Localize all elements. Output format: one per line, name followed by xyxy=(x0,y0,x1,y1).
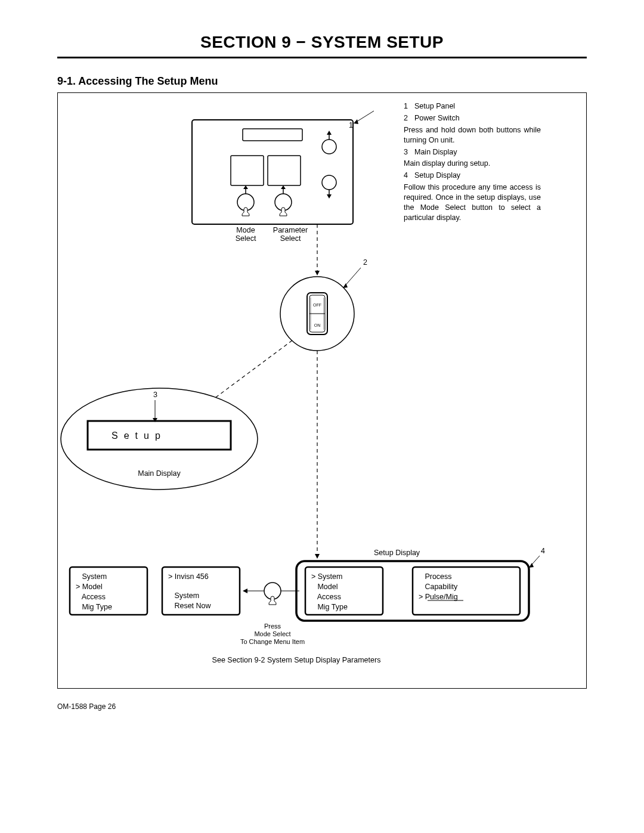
svg-point-4 xyxy=(322,140,336,154)
callout-1: 1 xyxy=(349,121,353,129)
setup-box-2: > Invisn 456 System Reset Now xyxy=(162,567,240,615)
setup-panel: Mode Select Parameter Select xyxy=(192,120,353,243)
press-l1: Press xyxy=(264,623,281,630)
section-title: SECTION 9 − SYSTEM SETUP xyxy=(57,33,587,55)
svg-marker-33 xyxy=(315,554,320,559)
svg-point-7 xyxy=(322,175,336,190)
box3-l2: Model xyxy=(311,583,338,591)
svg-marker-44 xyxy=(243,589,247,593)
callout-2: 2 xyxy=(363,258,367,267)
box1-l1: System xyxy=(76,572,107,581)
setup-box-1: System > Model Access Mig Type xyxy=(70,567,147,615)
diagram-svg: Mode Select Parameter Select 1 xyxy=(58,93,587,689)
box1-l3: Access xyxy=(76,593,106,601)
svg-marker-6 xyxy=(327,131,332,135)
box2-l2: System xyxy=(168,592,199,600)
svg-rect-1 xyxy=(243,129,302,141)
subsection-title: 9-1. Accessing The Setup Menu xyxy=(57,75,587,88)
press-l3: To Change Menu Item xyxy=(240,638,305,645)
box3-l4: Mig Type xyxy=(311,603,348,611)
setup-footnote: See Section 9-2 System Setup Display Par… xyxy=(212,656,381,664)
press-l2: Mode Select xyxy=(254,630,290,637)
svg-marker-21 xyxy=(315,271,320,275)
setup-box-4: Process Capability > Pulse/Mig xyxy=(413,567,520,615)
figure-container: 1Setup Panel 2Power Switch Press and hol… xyxy=(57,92,587,689)
page-footer: OM-1588 Page 26 xyxy=(57,702,116,711)
main-display-text: Setup xyxy=(112,431,166,441)
box4-l1: Process xyxy=(419,572,452,581)
svg-line-28 xyxy=(344,268,361,287)
setup-box-3: > System Model Access Mig Type xyxy=(305,567,383,615)
box2-l3: Reset Now xyxy=(168,602,212,610)
param-select-label-2: Select xyxy=(280,234,301,243)
box4-l2: Capability xyxy=(419,583,458,591)
box1-l4: Mig Type xyxy=(76,603,112,611)
box3-l1: > System xyxy=(311,572,342,581)
svg-rect-2 xyxy=(231,156,264,185)
box2-l1: > Invisn 456 xyxy=(168,572,209,581)
svg-rect-3 xyxy=(268,156,301,185)
callout-3: 3 xyxy=(153,391,157,399)
svg-marker-9 xyxy=(327,194,332,199)
mode-select-label-2: Select xyxy=(236,234,256,243)
svg-line-18 xyxy=(355,111,374,123)
svg-marker-16 xyxy=(281,185,286,189)
setup-display-label: Setup Display xyxy=(374,549,420,557)
svg-marker-12 xyxy=(243,185,248,189)
mode-select-label-1: Mode xyxy=(236,226,255,234)
box4-l3: > Pulse/Mig xyxy=(419,593,458,601)
box3-l3: Access xyxy=(311,593,341,601)
divider xyxy=(57,57,587,58)
svg-marker-19 xyxy=(354,119,358,124)
callout-4: 4 xyxy=(541,547,545,555)
main-display: Setup Main Display xyxy=(61,388,258,490)
power-off-label: OFF xyxy=(313,303,321,307)
main-display-label: Main Display xyxy=(138,469,181,478)
box1-l2: > Model xyxy=(76,583,103,591)
power-on-label: ON xyxy=(314,323,321,327)
param-select-label-1: Parameter xyxy=(273,226,308,234)
